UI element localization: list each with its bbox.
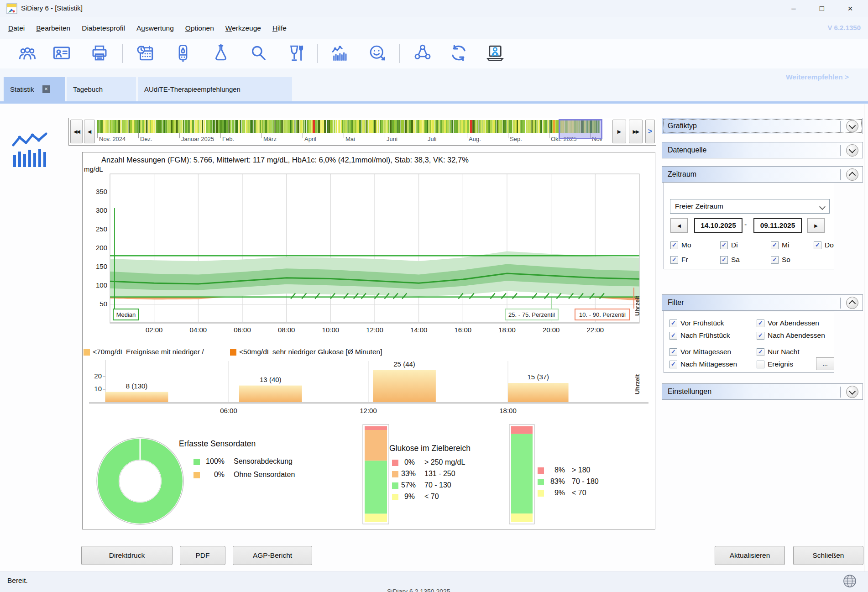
section-grafiktyp[interactable]: Grafiktyp <box>662 118 863 134</box>
filter-collapse-button[interactable] <box>846 297 858 309</box>
filter-vor-abendessen[interactable]: ✓Vor Abendessen <box>757 319 819 327</box>
day-checkbox-fr[interactable]: ✓Fr <box>670 256 688 264</box>
schliessen-button[interactable]: Schließen <box>793 546 863 565</box>
events-bar-label: 13 (40) <box>250 376 292 383</box>
tir2-lt70-label: < 70 <box>572 489 586 497</box>
tab-audite-label: AUdiTE-Therapieempfehlungen <box>144 85 241 93</box>
filter-nach-mittagessen[interactable]: ✓Nach Mittagessen <box>669 360 737 368</box>
tir-lt70-label: < 70 <box>424 492 439 501</box>
profile-card-icon[interactable] <box>52 43 71 63</box>
timeline-last-button[interactable]: ▶▶ <box>629 120 643 143</box>
timeline-next-button[interactable]: ▶ <box>612 120 626 143</box>
filter-vor-fruehstueck[interactable]: ✓Vor Frühstück <box>669 319 724 327</box>
globe-icon[interactable] <box>842 574 857 588</box>
tir-gt250-pct: 0% <box>401 458 415 466</box>
date-forward-button[interactable]: ▶ <box>807 218 825 233</box>
maximize-icon[interactable]: □ <box>811 0 832 17</box>
events-xtick: 06:00 <box>215 407 242 414</box>
sync-icon[interactable] <box>449 43 468 63</box>
section-datenquelle[interactable]: Datenquelle <box>662 142 863 158</box>
version-label: V 6.2.1350 <box>827 24 861 31</box>
search-icon[interactable] <box>249 43 268 63</box>
tir-70-130-pct: 57% <box>401 481 415 489</box>
timeline-strip[interactable] <box>97 120 604 133</box>
chevron-down-icon <box>849 388 856 395</box>
day-checkbox-so[interactable]: ✓So <box>771 256 790 264</box>
events-ytick: 20 <box>83 372 102 380</box>
timeline-first-button[interactable]: ◀◀ <box>70 120 83 143</box>
timeline-month-tick <box>261 133 262 138</box>
x-axis-unit: Uhrzeit <box>634 289 642 322</box>
tir2-gt180-label: > 180 <box>572 466 590 474</box>
statistik-chart-panel: Anzahl Messungen (FGM): 5.766, Mittelwer… <box>82 152 655 529</box>
diary-calendar-icon[interactable] <box>136 43 155 63</box>
date-range-separator: - <box>744 220 747 229</box>
filter-more-button[interactable]: ... <box>816 357 834 370</box>
tir-131-250-swatch <box>392 471 398 477</box>
section-zeitraum[interactable]: Zeitraum <box>662 166 863 183</box>
agp-xtick: 10:00 <box>317 326 344 334</box>
print-icon[interactable] <box>90 43 109 63</box>
filter-nach-abendessen[interactable]: ✓Nach Abendessen <box>757 331 825 340</box>
filter-nur-nacht[interactable]: ✓Nur Nacht <box>757 348 800 356</box>
day-checkbox-do[interactable]: ✓Do <box>814 241 834 249</box>
lab-flask-icon[interactable] <box>211 43 230 63</box>
share-icon[interactable] <box>413 43 432 63</box>
tab-close-icon[interactable]: × <box>42 85 50 93</box>
glucose-meter-icon[interactable] <box>173 43 193 63</box>
section-einstellungen[interactable]: Einstellungen <box>662 383 863 400</box>
menu-hilfe[interactable]: Hilfe <box>272 24 287 32</box>
day-checkbox-mo[interactable]: ✓Mo <box>670 241 691 249</box>
statistics-icon[interactable] <box>330 43 349 63</box>
wellbeing-export-icon[interactable] <box>368 43 387 63</box>
datenquelle-expand-button[interactable] <box>846 144 858 157</box>
zeitraum-preset-select[interactable]: Freier Zeitraum <box>670 199 830 214</box>
day-checkbox-di[interactable]: ✓Di <box>720 241 738 249</box>
timeline-month-label: Nov. 2024 <box>99 136 125 142</box>
aktualisieren-button[interactable]: Aktualisieren <box>715 546 785 565</box>
agp-xtick: 06:00 <box>229 326 256 334</box>
filter-vor-mittagessen[interactable]: ✓Vor Mittagessen <box>669 348 731 356</box>
timeline-month-label: April <box>304 136 316 142</box>
menu-auswertung[interactable]: Auswertung <box>136 24 174 32</box>
bottom-ticker: SiDiary 6.2.1350 2025 <box>387 588 450 592</box>
menu-werkzeuge[interactable]: Werkzeuge <box>225 24 261 32</box>
grafiktyp-expand-button[interactable] <box>846 120 858 132</box>
einstellungen-expand-button[interactable] <box>846 386 858 398</box>
tab-audite[interactable]: AUdiTE-Therapieempfehlungen <box>138 77 292 101</box>
menu-diabetesprofil[interactable]: Diabetesprofil <box>82 24 125 32</box>
menu-bearbeiten[interactable]: Bearbeiten <box>36 24 70 32</box>
pdf-button[interactable]: PDF <box>180 546 225 565</box>
filter-ereignis[interactable]: Ereignis <box>757 360 793 368</box>
zeitraum-collapse-button[interactable] <box>846 168 858 181</box>
patients-icon[interactable] <box>18 43 37 63</box>
day-checkbox-sa[interactable]: ✓Sa <box>720 256 740 264</box>
date-from-field[interactable]: 14.10.2025 <box>694 218 743 233</box>
tab-tagebuch[interactable]: Tagebuch <box>67 77 136 101</box>
timeline-forward-icon[interactable]: > <box>645 120 655 143</box>
timeline-month-tick <box>385 133 385 138</box>
minimize-icon[interactable]: – <box>783 0 804 17</box>
filter-nach-fruehstueck[interactable]: ✓Nach Frühstück <box>669 331 730 340</box>
telemedicine-icon[interactable] <box>486 43 505 63</box>
tir-lt70-pct: 9% <box>401 492 415 501</box>
section-filter[interactable]: Filter <box>662 294 863 311</box>
events-ytick: 10 <box>83 385 102 393</box>
menu-optionen[interactable]: Optionen <box>185 24 214 32</box>
direktdruck-button[interactable]: Direktdruck <box>81 546 173 565</box>
timeline-month-tick <box>97 133 98 138</box>
date-back-button[interactable]: ◀ <box>670 218 688 233</box>
timeline-selection[interactable] <box>559 119 602 139</box>
agp-bericht-button[interactable]: AGP-Bericht <box>233 546 312 565</box>
day-checkbox-mi[interactable]: ✓Mi <box>771 241 789 249</box>
toolbar-separator <box>122 44 123 63</box>
timeline-prev-button[interactable]: ◀ <box>84 120 95 143</box>
nutrition-icon[interactable] <box>287 43 306 63</box>
menu-datei[interactable]: Datei <box>8 24 25 32</box>
events-xtick: 18:00 <box>494 407 522 414</box>
close-icon[interactable]: × <box>840 0 861 17</box>
recommend-link[interactable]: Weiterempfehlen > <box>786 73 866 81</box>
sensor-coverage-swatch <box>193 459 200 465</box>
tab-statistik[interactable]: Statistik × <box>4 77 65 101</box>
date-to-field[interactable]: 09.11.2025 <box>753 218 802 233</box>
